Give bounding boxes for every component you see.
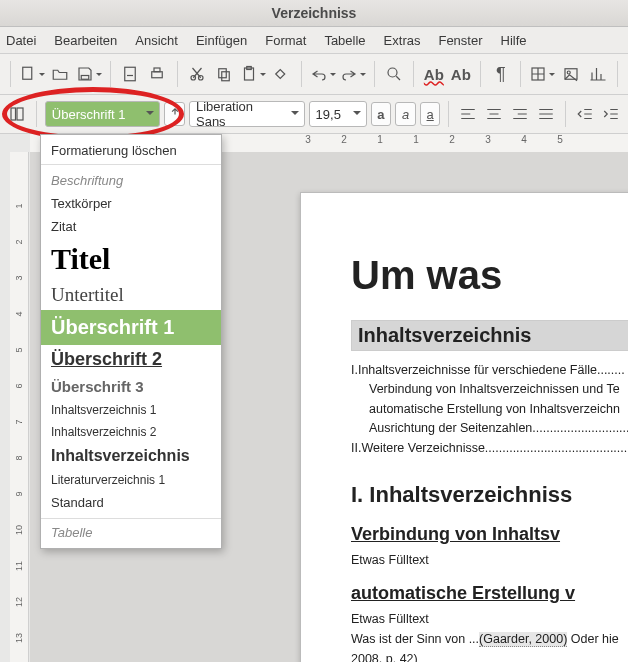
paragraph-style-value: Überschrift 1 — [52, 107, 126, 122]
autospell-button[interactable]: Ab — [449, 61, 472, 87]
align-center-button[interactable] — [483, 101, 505, 127]
menu-insert[interactable]: Einfügen — [196, 33, 247, 48]
style-heading-1[interactable]: Überschrift 1 — [41, 310, 221, 345]
work-area: 3 2 1 1 2 3 4 5 1 2 3 4 5 6 7 8 9 10 11 … — [0, 134, 628, 662]
style-heading-3[interactable]: Überschrift 3 — [41, 374, 221, 399]
style-textbody[interactable]: Textkörper — [41, 192, 221, 215]
menu-file[interactable]: Datei — [6, 33, 36, 48]
find-button[interactable] — [382, 61, 405, 87]
paragraph-style-combo[interactable]: Überschrift 1 — [45, 101, 161, 127]
increase-indent-button[interactable] — [600, 101, 622, 127]
toc-entry[interactable]: II.Weitere Verzeichnisse................… — [351, 439, 628, 458]
separator — [110, 61, 111, 87]
style-standard[interactable]: Standard — [41, 491, 221, 514]
paste-button[interactable] — [240, 61, 266, 87]
body-text[interactable]: Was ist der Sinn von ...(Gaarder, 2000) … — [351, 632, 628, 646]
style-bibliography-1[interactable]: Literaturverzeichnis 1 — [41, 469, 221, 491]
new-doc-button[interactable] — [19, 61, 45, 87]
insert-image-button[interactable] — [559, 61, 582, 87]
style-clear-formatting[interactable]: Formatierung löschen — [41, 139, 221, 165]
menu-window[interactable]: Fenster — [438, 33, 482, 48]
separator — [520, 61, 521, 87]
svg-point-14 — [567, 71, 570, 74]
svg-rect-0 — [23, 67, 32, 79]
window-titlebar: Verzeichniss — [0, 0, 628, 27]
style-title[interactable]: Titel — [41, 238, 221, 280]
vertical-ruler[interactable]: 1 2 3 4 5 6 7 8 9 10 11 12 13 — [10, 152, 29, 662]
separator — [301, 61, 302, 87]
page[interactable]: Um was Inhaltsverzeichnis I.Inhaltsverze… — [300, 192, 628, 662]
menu-extras[interactable]: Extras — [384, 33, 421, 48]
separator — [565, 101, 566, 127]
font-name-value: Liberation Sans — [196, 99, 286, 129]
window-title: Verzeichniss — [272, 5, 357, 21]
separator — [413, 61, 414, 87]
svg-rect-16 — [17, 108, 23, 120]
font-name-combo[interactable]: Liberation Sans — [189, 101, 305, 127]
update-style-button[interactable] — [164, 102, 185, 126]
menu-edit[interactable]: Bearbeiten — [54, 33, 117, 48]
style-table[interactable]: Tabelle — [41, 518, 221, 544]
heading-1[interactable]: I. Inhaltsverzeichniss — [351, 482, 628, 508]
cut-button[interactable] — [186, 61, 209, 87]
body-text[interactable]: 2008, p. 42) — [351, 652, 628, 662]
undo-button[interactable] — [310, 61, 336, 87]
print-button[interactable] — [146, 61, 169, 87]
align-left-button[interactable] — [457, 101, 479, 127]
export-pdf-button[interactable] — [119, 61, 142, 87]
bold-button[interactable]: a — [371, 102, 392, 126]
align-right-button[interactable] — [509, 101, 531, 127]
menu-view[interactable]: Ansicht — [135, 33, 178, 48]
toc-entry[interactable]: I.Inhaltsverzeichnisse für verschiedene … — [351, 361, 628, 380]
style-subtitle[interactable]: Untertitel — [41, 280, 221, 310]
doc-title[interactable]: Um was — [351, 253, 628, 298]
heading-2[interactable]: automatische Erstellung v — [351, 583, 628, 604]
paragraph-style-dropdown[interactable]: Formatierung löschen Beschriftung Textkö… — [40, 134, 222, 549]
ruler-tick: 1 — [362, 134, 398, 152]
menu-help[interactable]: Hilfe — [501, 33, 527, 48]
toc-entry[interactable]: Ausrichtung der Seitenzahlen............… — [351, 419, 628, 438]
ruler-tick: 3 — [290, 134, 326, 152]
menu-table[interactable]: Tabelle — [324, 33, 365, 48]
separator — [10, 61, 11, 87]
text-run: Oder hie — [567, 632, 618, 646]
toc-block[interactable]: I.Inhaltsverzeichnisse für verschiedene … — [351, 361, 628, 458]
svg-rect-3 — [152, 72, 163, 78]
toc-heading[interactable]: Inhaltsverzeichnis — [351, 320, 628, 351]
style-toc-2[interactable]: Inhaltsverzeichnis 2 — [41, 421, 221, 443]
style-heading-2[interactable]: Überschrift 2 — [41, 345, 221, 374]
justify-button[interactable] — [535, 101, 557, 127]
svg-point-11 — [388, 68, 397, 77]
svg-rect-7 — [219, 69, 227, 78]
body-text[interactable]: Etwas Fülltext — [351, 553, 628, 567]
toc-entry[interactable]: Verbindung von Inhaltsverzeichnissen und… — [351, 380, 628, 399]
style-caption[interactable]: Beschriftung — [41, 169, 221, 192]
style-quote[interactable]: Zitat — [41, 215, 221, 238]
menu-format[interactable]: Format — [265, 33, 306, 48]
open-button[interactable] — [49, 61, 72, 87]
toc-entry[interactable]: automatische Erstellung von Inhaltsverze… — [351, 400, 628, 419]
redo-button[interactable] — [340, 61, 366, 87]
font-size-combo[interactable]: 19,5 — [309, 101, 367, 127]
style-toc-heading[interactable]: Inhaltsverzeichnis — [41, 443, 221, 469]
style-toc-1[interactable]: Inhaltsverzeichnis 1 — [41, 399, 221, 421]
menubar: Datei Bearbeiten Ansicht Einfügen Format… — [0, 27, 628, 54]
svg-rect-4 — [154, 68, 160, 72]
styles-sidebar-button[interactable] — [6, 101, 28, 127]
citation-field[interactable]: (Gaarder, 2000) — [479, 632, 567, 647]
spellcheck-button[interactable]: Ab — [422, 61, 445, 87]
svg-rect-15 — [11, 108, 16, 120]
insert-chart-button[interactable] — [586, 61, 609, 87]
format-paintbrush-button[interactable] — [270, 61, 293, 87]
copy-button[interactable] — [213, 61, 236, 87]
italic-button[interactable]: a — [395, 102, 416, 126]
main-toolbar: Ab Ab ¶ — [0, 54, 628, 95]
heading-2[interactable]: Verbindung von Inhaltsv — [351, 524, 628, 545]
insert-table-button[interactable] — [529, 61, 555, 87]
body-text[interactable]: Etwas Fülltext — [351, 612, 628, 626]
nonprinting-button[interactable]: ¶ — [489, 61, 512, 87]
ruler-tick: 1 — [398, 134, 434, 152]
underline-button[interactable]: a — [420, 102, 441, 126]
decrease-indent-button[interactable] — [574, 101, 596, 127]
save-button[interactable] — [76, 61, 102, 87]
